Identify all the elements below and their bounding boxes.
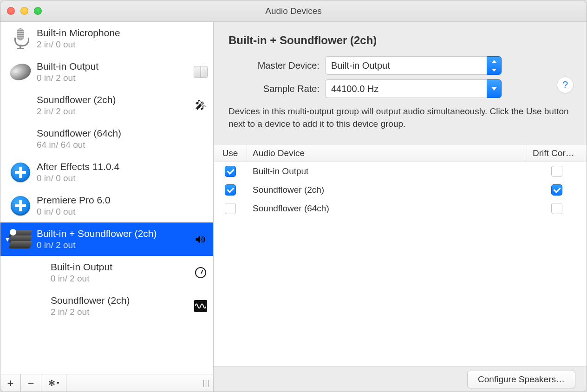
device-actions-menu[interactable]: ✻▾ [41, 374, 66, 392]
drift-correction-checkbox[interactable] [551, 203, 562, 214]
titlebar: Audio Devices [0, 0, 587, 22]
device-item[interactable]: Premiere Pro 6.00 in/ 0 out [0, 189, 213, 222]
device-type-icon [7, 126, 34, 152]
col-drift-correction[interactable]: Drift Cor… [527, 144, 587, 162]
device-type-icon [7, 59, 34, 85]
device-type-icon [21, 293, 48, 319]
sample-rate-label: Sample Rate: [228, 84, 320, 94]
waveform-icon [194, 300, 207, 312]
select-stepper-icon [487, 56, 502, 75]
master-device-label: Master Device: [228, 60, 320, 71]
finder-icon [194, 66, 208, 78]
audio-devices-window: Audio Devices Built-in Microphone2 in/ 0… [0, 0, 587, 392]
sidebar-toolbar: + − ✻▾ ||| [0, 374, 213, 392]
microphone-icon: 🎤︎ [195, 99, 206, 112]
devices-table: Use Audio Device Drift Cor… Built-in Out… [214, 144, 587, 367]
table-header: Use Audio Device Drift Cor… [214, 144, 587, 162]
table-body: Built-in OutputSoundflower (2ch)Soundflo… [214, 162, 587, 366]
drift-correction-checkbox[interactable] [551, 184, 562, 196]
device-type-icon [21, 260, 48, 286]
device-badge [193, 299, 209, 314]
remove-device-button[interactable]: − [21, 374, 41, 392]
device-io-count: 2 in/ 2 out [51, 307, 189, 317]
multi-output-hint: Devices in this multi-output group will … [228, 105, 572, 130]
device-name: Built-in Microphone [37, 27, 209, 39]
device-io-count: 2 in/ 0 out [37, 39, 209, 50]
col-audio-device[interactable]: Audio Device [247, 144, 527, 162]
sidebar-resize-handle[interactable]: ||| [199, 374, 213, 392]
device-name: Premiere Pro 6.0 [37, 195, 209, 206]
device-io-count: 0 in/ 0 out [37, 207, 209, 217]
device-badge [193, 265, 209, 280]
device-badge: 🎤︎ [193, 98, 209, 113]
sample-rate-select[interactable]: 44100.0 Hz [325, 79, 502, 98]
device-sidebar: Built-in Microphone2 in/ 0 outBuilt-in O… [0, 22, 214, 392]
add-device-button[interactable]: + [0, 374, 21, 392]
col-use[interactable]: Use [214, 144, 247, 162]
window-title: Audio Devices [0, 6, 587, 16]
device-name: Built-in Output [37, 61, 189, 72]
device-name: After Effects 11.0.4 [37, 161, 209, 172]
device-type-icon [7, 193, 34, 219]
device-badge: 🔊︎ [193, 232, 209, 247]
table-row[interactable]: Built-in Output [214, 162, 587, 181]
device-type-icon [7, 92, 34, 118]
device-io-count: 2 in/ 2 out [37, 106, 189, 117]
detail-footer: Configure Speakers… [214, 367, 587, 392]
device-item[interactable]: Built-in Output0 in/ 2 out [0, 55, 213, 89]
device-name: Soundflower (2ch) [51, 295, 189, 306]
device-item[interactable]: After Effects 11.0.40 in/ 0 out [0, 156, 213, 189]
device-item[interactable]: Soundflower (2ch)2 in/ 2 out [0, 289, 213, 323]
sample-rate-value: 44100.0 Hz [325, 79, 487, 98]
use-checkbox[interactable] [225, 203, 236, 214]
sample-rate-row: Sample Rate: 44100.0 Hz [228, 79, 572, 98]
device-name: Soundflower (2ch) [37, 94, 189, 105]
device-list[interactable]: Built-in Microphone2 in/ 0 outBuilt-in O… [0, 22, 213, 374]
row-device-name: Soundflower (64ch) [247, 199, 527, 218]
device-io-count: 0 in/ 2 out [37, 240, 189, 250]
gear-icon: ✻ [48, 378, 55, 388]
table-row[interactable]: Soundflower (2ch) [214, 181, 587, 199]
device-badge [193, 65, 209, 79]
use-checkbox[interactable] [225, 184, 236, 196]
device-io-count: 0 in/ 2 out [37, 73, 189, 83]
table-row[interactable]: Soundflower (64ch) [214, 199, 587, 218]
detail-title: Built-in + Soundflower (2ch) [228, 34, 572, 47]
device-type-icon [7, 159, 34, 185]
device-item[interactable]: ▼Built-in + Soundflower (2ch)0 in/ 2 out… [0, 222, 213, 256]
help-button[interactable]: ? [557, 77, 574, 93]
volume-icon: 🔊︎ [195, 233, 206, 246]
row-device-name: Soundflower (2ch) [247, 181, 527, 199]
device-type-icon [7, 26, 34, 52]
master-device-select[interactable]: Built-in Output [325, 56, 502, 75]
chevron-down-icon: ▾ [57, 380, 59, 386]
device-io-count: 0 in/ 2 out [51, 274, 189, 284]
row-device-name: Built-in Output [247, 162, 527, 181]
device-name: Built-in + Soundflower (2ch) [37, 228, 189, 239]
device-name: Built-in Output [51, 261, 189, 273]
device-name: Soundflower (64ch) [37, 128, 209, 139]
use-checkbox[interactable] [225, 166, 236, 177]
device-item[interactable]: Soundflower (2ch)2 in/ 2 out🎤︎ [0, 89, 213, 122]
configure-speakers-button[interactable]: Configure Speakers… [467, 371, 575, 388]
drift-correction-checkbox[interactable] [551, 166, 562, 177]
device-item[interactable]: Built-in Microphone2 in/ 0 out [0, 22, 213, 55]
device-item[interactable]: Built-in Output0 in/ 2 out [0, 256, 213, 289]
chevron-down-icon [487, 79, 502, 98]
device-io-count: 64 in/ 64 out [37, 140, 209, 150]
device-io-count: 0 in/ 0 out [37, 173, 209, 183]
clock-icon [195, 267, 206, 278]
master-device-value: Built-in Output [325, 56, 487, 75]
detail-panel: Built-in + Soundflower (2ch) Master Devi… [214, 22, 587, 392]
master-device-row: Master Device: Built-in Output [228, 56, 572, 75]
device-item[interactable]: Soundflower (64ch)64 in/ 64 out [0, 122, 213, 156]
device-type-icon [7, 226, 34, 252]
